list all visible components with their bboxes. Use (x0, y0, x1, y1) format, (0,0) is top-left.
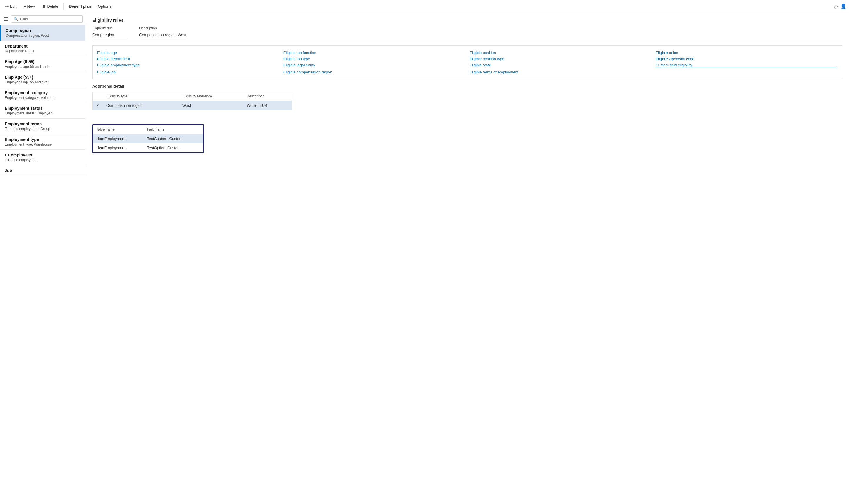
rule-col1-label: Eligibility rule (92, 26, 127, 30)
link-eligible-job-function[interactable]: Eligible job function (283, 51, 465, 55)
sidebar-item-8[interactable]: FT employees Full-time employees (0, 150, 85, 165)
sidebar-item-subtitle-7: Employment type: Warehouse (5, 142, 80, 146)
sidebar-item-1[interactable]: Department Department: Retail (0, 41, 85, 56)
toolbar-right: ◇ 👤 (834, 3, 847, 10)
eligibility-type-header: Eligibility type (103, 92, 179, 101)
sidebar-item-title-9: Job (5, 168, 80, 173)
link-eligible-department[interactable]: Eligible department (97, 57, 279, 61)
field-name-cell-0: TestCustom_Custom (144, 134, 203, 144)
sidebar-item-9[interactable]: Job (0, 165, 85, 176)
edit-button[interactable]: ✏ Edit (2, 3, 19, 10)
sidebar-item-title-3: Emp Age (55+) (5, 75, 80, 79)
table-name-cell-0: HcmEmployment (93, 134, 144, 144)
link-eligible-position[interactable]: Eligible position (470, 51, 651, 55)
link-eligible-terms-of-employment[interactable]: Eligible terms of employment (470, 70, 651, 74)
link-eligible-zip/postal-code[interactable]: Eligible zip/postal code (655, 57, 837, 61)
rule-col2-value: Compensation region: West (139, 31, 186, 39)
link-eligible-job[interactable]: Eligible job (97, 70, 279, 74)
search-input[interactable] (20, 17, 80, 21)
sidebar-search-container: 🔍 (11, 15, 83, 23)
sidebar-item-subtitle-4: Employment category: Volunteer (5, 96, 80, 100)
link-eligible-job-type[interactable]: Eligible job type (283, 57, 465, 61)
new-icon: + (23, 4, 26, 9)
custom-field-row-1[interactable]: HcmEmployment TestOption_Custom (93, 143, 203, 152)
eligibility-table: Eligibility type Eligibility reference D… (92, 92, 292, 110)
sidebar-item-title-7: Employment type (5, 137, 80, 142)
sidebar-item-subtitle-6: Terms of employment: Group (5, 127, 80, 131)
link-custom-field-eligibility[interactable]: Custom field eligibility (655, 63, 837, 68)
user-icon: 👤 (840, 3, 847, 10)
eligibility-row-0[interactable]: ✓ Compensation region West Western US (92, 101, 292, 110)
table-header-row: Eligibility type Eligibility reference D… (92, 92, 292, 101)
rule-col1-value: Comp region (92, 31, 127, 39)
main-layout: 🔍 Comp region Compensation region: West … (0, 13, 849, 504)
custom-field-header-row: Table name Field name (93, 125, 203, 134)
additional-detail-section: Additional detail Eligibility type Eligi… (92, 84, 842, 110)
options-label: Options (98, 4, 111, 8)
field-name-header: Field name (144, 125, 203, 134)
link-eligible-state[interactable]: Eligible state (470, 63, 651, 68)
custom-field-table: Table name Field name HcmEmployment Test… (93, 125, 203, 152)
field-name-cell-1: TestOption_Custom (144, 143, 203, 152)
sidebar-top: 🔍 (0, 13, 85, 25)
sidebar-item-title-4: Employment category (5, 90, 80, 95)
custom-field-section: Table name Field name HcmEmployment Test… (92, 124, 204, 153)
hamburger-icon[interactable] (2, 16, 10, 22)
link-eligible-position-type[interactable]: Eligible position type (470, 57, 651, 61)
link-empty-3-3 (655, 70, 837, 74)
eligibility-rules-section: Eligibility rules Eligibility rule Comp … (92, 18, 842, 41)
reference-cell-0: West (179, 101, 243, 110)
new-button[interactable]: + New (21, 3, 38, 10)
custom-field-row-0[interactable]: HcmEmployment TestCustom_Custom (93, 134, 203, 144)
toolbar: ✏ Edit + New 🗑 Delete Benefit plan Optio… (0, 0, 849, 13)
eligibility-rules-title: Eligibility rules (92, 18, 842, 23)
custom-field-wrapper: Table name Field name HcmEmployment Test… (92, 118, 842, 154)
type-cell-0: Compensation region (103, 101, 179, 110)
diamond-icon: ◇ (834, 3, 838, 10)
sidebar-item-5[interactable]: Employment status Employment status: Emp… (0, 103, 85, 119)
options-button[interactable]: Options (95, 3, 114, 10)
edit-icon: ✏ (5, 4, 9, 9)
divider-1 (64, 3, 64, 10)
content-area: Eligibility rules Eligibility rule Comp … (85, 13, 849, 504)
edit-label: Edit (10, 4, 16, 8)
links-grid: Eligible ageEligible job functionEligibl… (92, 46, 842, 79)
delete-button[interactable]: 🗑 Delete (39, 3, 61, 10)
link-eligible-compensation-region[interactable]: Eligible compensation region (283, 70, 465, 74)
sidebar-list: Comp region Compensation region: West De… (0, 25, 85, 504)
link-eligible-legal-entity[interactable]: Eligible legal entity (283, 63, 465, 68)
sidebar-item-title-2: Emp Age (0-55) (5, 59, 80, 64)
link-eligible-union[interactable]: Eligible union (655, 51, 837, 55)
benefit-plan-button[interactable]: Benefit plan (66, 3, 94, 10)
check-cell-0: ✓ (92, 101, 103, 110)
rule-col1: Eligibility rule Comp region (92, 26, 127, 39)
sidebar-item-2[interactable]: Emp Age (0-55) Employees age 55 and unde… (0, 56, 85, 72)
sidebar-item-title-5: Employment status (5, 106, 80, 111)
sidebar-item-7[interactable]: Employment type Employment type: Warehou… (0, 134, 85, 150)
description-cell-0: Western US (243, 101, 292, 110)
sidebar-item-subtitle-5: Employment status: Employed (5, 111, 80, 115)
sidebar-item-3[interactable]: Emp Age (55+) Employees age 55 and over (0, 72, 85, 88)
sidebar-item-4[interactable]: Employment category Employment category:… (0, 88, 85, 103)
benefit-plan-label: Benefit plan (69, 4, 91, 8)
sidebar-item-title-6: Employment terms (5, 122, 80, 126)
additional-detail-title: Additional detail (92, 84, 842, 89)
sidebar-item-title-1: Department (5, 44, 80, 49)
link-eligible-employment-type[interactable]: Eligible employment type (97, 63, 279, 68)
sidebar-item-subtitle-0: Compensation region: West (5, 34, 80, 38)
delete-label: Delete (47, 4, 58, 8)
rule-header: Eligibility rule Comp region Description… (92, 26, 842, 41)
new-label: New (27, 4, 35, 8)
sidebar-item-subtitle-8: Full-time employees (5, 158, 80, 162)
sidebar-item-0[interactable]: Comp region Compensation region: West (0, 25, 85, 41)
eligibility-reference-header: Eligibility reference (179, 92, 243, 101)
search-icon: 🔍 (14, 17, 18, 21)
rule-col2-label: Description (139, 26, 186, 30)
link-eligible-age[interactable]: Eligible age (97, 51, 279, 55)
rule-col2: Description Compensation region: West (139, 26, 186, 39)
table-name-cell-1: HcmEmployment (93, 143, 144, 152)
sidebar-item-6[interactable]: Employment terms Terms of employment: Gr… (0, 119, 85, 134)
delete-icon: 🗑 (42, 4, 46, 9)
sidebar-item-title-0: Comp region (5, 28, 80, 33)
sidebar-item-subtitle-2: Employees age 55 and under (5, 65, 80, 69)
